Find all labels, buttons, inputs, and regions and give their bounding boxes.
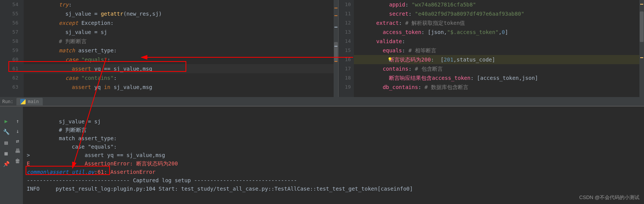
python-icon — [20, 99, 26, 104]
run-toolbar-right: ↑ ↓ ⇄ 🖶 🗑 — [12, 107, 23, 204]
pin-icon[interactable]: 📌 — [3, 161, 9, 167]
yaml-line[interactable]: db_contains: # 数据库包含断言 — [354, 83, 644, 92]
down-icon[interactable]: ↓ — [15, 128, 21, 134]
yaml-line[interactable]: 💡断言状态码为200: [201,status_code] — [354, 55, 644, 64]
code-line[interactable]: # 判断断言 — [24, 37, 338, 46]
code-line[interactable]: try: — [24, 0, 338, 9]
run-toolbar-left: ▶ 🔧 ▤ ▦ 📌 — [0, 107, 12, 204]
code-line[interactable]: case "equals": — [24, 55, 338, 64]
yaml-line[interactable]: extract: # 解析获取指定token值 — [354, 18, 644, 28]
watermark: CSDN @不会代码的小测试 — [579, 194, 639, 201]
run-panel-header: Run: main — [0, 97, 644, 106]
yaml-line[interactable]: 断言响应结果包含access_token: [access_token,json… — [354, 73, 644, 83]
run-tab-main[interactable]: main — [16, 98, 43, 105]
left-code-editor[interactable]: 54555657585960616263 try: sj_value = get… — [0, 0, 338, 97]
code-line[interactable]: except Exception: — [24, 18, 338, 28]
console-output[interactable]: sj_value = sj # 判断断言 match assert_type: … — [23, 107, 644, 204]
run-label: Run: — [2, 99, 13, 104]
yaml-line[interactable]: equals: # 相等断言 — [354, 46, 644, 55]
print-icon[interactable]: 🖶 — [15, 148, 21, 154]
console-line: match assert_type: — [27, 134, 644, 142]
console-line: # 判断断言 — [27, 126, 644, 134]
layout-icon[interactable]: ▦ — [3, 150, 9, 156]
scrollbar-left[interactable] — [334, 0, 338, 97]
code-line[interactable]: match assert_type: — [24, 46, 338, 55]
traceback-link[interactable]: common\assert_util.py — [27, 169, 94, 175]
yaml-line[interactable]: secret: "e40a02f9d79a8097df497e6aaf93ab8… — [354, 9, 644, 18]
trash-icon[interactable]: 🗑 — [15, 158, 21, 164]
console-line: INFO pytest_result_log:plugin.py:104 Sta… — [27, 185, 644, 193]
line-gutter-right: 10111213141516171819 — [339, 0, 354, 97]
wrap-icon[interactable]: ⇄ — [15, 138, 21, 144]
code-area-right[interactable]: appid: "wx74a8627816cfa5b8" secret: "e40… — [354, 0, 644, 97]
code-area-left[interactable]: try: sj_value = getattr(new_res,sj) exce… — [24, 0, 338, 97]
code-line[interactable]: sj_value = getattr(new_res,sj) — [24, 9, 338, 18]
up-icon[interactable]: ↑ — [15, 118, 21, 124]
console-line: sj_value = sj — [27, 117, 644, 126]
wrench-icon[interactable]: 🔧 — [3, 129, 9, 135]
rerun-icon[interactable]: ▶ — [3, 118, 9, 124]
yaml-line[interactable]: contains: # 包含断言 — [354, 64, 644, 73]
yaml-line[interactable]: validate: — [354, 37, 644, 46]
stack-icon[interactable]: ▤ — [3, 139, 9, 146]
yaml-line[interactable]: access_token: [json,"$.access_token",0] — [354, 28, 644, 37]
code-line[interactable]: assert yq == sj_value,msg — [24, 64, 338, 73]
console-line: > assert yq == sj_value,msg — [27, 151, 644, 159]
code-line[interactable]: sj_value = sj — [24, 28, 338, 37]
console-line: E AssertionError: 断言状态码为200 — [27, 159, 644, 168]
line-gutter-left: 54555657585960616263 — [0, 0, 24, 97]
scrollbar-right[interactable] — [639, 0, 644, 97]
console-line: case "equals": — [27, 142, 644, 151]
right-code-editor[interactable]: 10111213141516171819 appid: "wx74a862781… — [338, 0, 644, 97]
code-line[interactable]: assert yq in sj_value,msg — [24, 83, 338, 92]
code-line[interactable]: case "contains": — [24, 73, 338, 83]
console-line: -------------------------------- Capture… — [27, 176, 644, 185]
yaml-line[interactable]: appid: "wx74a8627816cfa5b8" — [354, 0, 644, 9]
console-line: common\assert_util.py:61: AssertionError — [27, 168, 644, 176]
